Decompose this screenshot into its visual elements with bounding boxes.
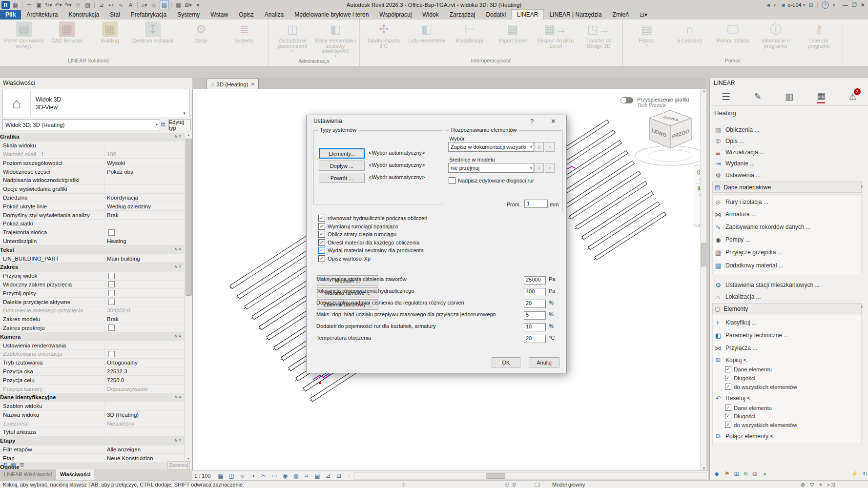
exclude-options-icon[interactable]: ▽ — [810, 482, 814, 488]
property-checkbox[interactable] — [108, 299, 115, 305]
ribbon-tab-prefabrykacja[interactable]: Prefabrykacja — [125, 10, 172, 20]
ribbon-button-eksport-do-pliku-excel[interactable]: ▦→Eksport do pliku Excel — [535, 21, 577, 49]
properties-toggle-icon[interactable]: ⧉ — [159, 119, 167, 129]
temporary-hide-isolate-icon[interactable]: ◉ — [281, 472, 289, 479]
properties-section-zakres[interactable]: Zakres∧ ≡ — [0, 263, 184, 272]
dialog-title-bar[interactable]: Ustawienia ? ✕ — [307, 115, 566, 127]
material-data-collapse-icon[interactable]: ▴ — [861, 184, 863, 188]
property-value[interactable] — [105, 290, 184, 296]
property-value[interactable]: Alle anzeigen — [105, 447, 184, 452]
linear-item-resetuj-[interactable]: ↶Resetuj < — [714, 393, 750, 403]
section-collapse-icon[interactable]: ∧ ≡ — [174, 333, 181, 338]
ribbon-button-e-learning[interactable]: ∩e-Learning — [669, 21, 711, 43]
thin-lines-icon[interactable]: ▤ — [160, 0, 169, 9]
property-value[interactable]: 304800.0 — [105, 307, 184, 313]
ok-button[interactable]: OK — [492, 357, 520, 367]
ribbon-button-pomoc-zdalna[interactable]: 🖵Pomoc zdalna — [712, 21, 754, 43]
search-element-icon[interactable]: ⌕ — [545, 142, 555, 152]
selection-filter-icon[interactable]: ⌕ — [827, 482, 830, 488]
linear-item-dane-elementu[interactable]: ✓Dane elementu — [725, 366, 772, 372]
section-collapse-icon[interactable]: ∧ ≡ — [174, 246, 181, 251]
calculation-tab-icon[interactable]: ▦ — [817, 90, 825, 103]
linear-item-obliczenia-[interactable]: ▦Obliczenia ... — [714, 125, 759, 135]
ribbon-tab-linear[interactable]: LINEAR — [511, 9, 544, 20]
ribbon-button-centrum-instalacji[interactable]: ↧Centrum instalacji — [132, 21, 174, 43]
property-value[interactable] — [105, 299, 184, 305]
linear-item-połącz-elementy-[interactable]: ⧉Połącz elementy < — [714, 431, 773, 441]
dialog-help-icon[interactable]: ? — [530, 118, 534, 125]
section-collapse-icon[interactable]: ∧ ≡ — [174, 438, 181, 443]
property-checkbox[interactable] — [108, 273, 115, 279]
user-menu-chevron-icon[interactable]: ▾ — [803, 3, 805, 7]
properties-section-etapy[interactable]: Etapy∧ ≡ — [0, 437, 184, 446]
worksharing-display-icon[interactable]: ⌗ — [303, 472, 310, 479]
property-value[interactable]: 7250.0 — [105, 377, 184, 383]
property-checkbox[interactable] — [108, 281, 115, 287]
signed-in-user[interactable]: e-L04 — [788, 2, 802, 8]
properties-section-dane-identyfikacyjne[interactable]: Dane identyfikacyjne∧ ≡ — [0, 393, 184, 402]
property-value[interactable]: Main building — [105, 256, 184, 262]
ribbon-tab-systemy[interactable]: Systemy — [172, 10, 205, 20]
editable-only-icon[interactable]: ⊘ — [801, 482, 805, 488]
linear-item-dane-elementu[interactable]: ✓Dane elementu — [725, 405, 772, 411]
property-value[interactable] — [105, 273, 184, 279]
minimize-button[interactable]: — — [843, 2, 848, 8]
sub-checkbox[interactable]: ✓ — [725, 422, 731, 428]
search-diameter-icon[interactable]: ⌕ — [545, 163, 555, 173]
ribbon-button-pomoc[interactable]: ▤Pomoc▾ — [626, 21, 668, 47]
design-options-icon[interactable]: 🖵 — [535, 482, 540, 488]
property-value[interactable]: Heating — [105, 238, 184, 244]
lightning-icon[interactable]: ⚡ — [851, 470, 858, 477]
linear-item-przyłącza-[interactable]: ⋈Przyłącza ... — [714, 343, 757, 353]
overwrite-lengths-checkbox[interactable]: Nadpisz edytowane długości rur — [449, 177, 534, 184]
ribbon-tab-dodatki[interactable]: Dodatki — [480, 10, 511, 20]
property-value[interactable]: Niezależny — [105, 421, 184, 427]
linear-item-klasyfikuj-[interactable]: ⊦Klasyfikuj ... — [714, 318, 757, 327]
sub-checkbox[interactable]: ✓ — [725, 384, 731, 390]
field-input[interactable]: 10 — [524, 323, 546, 331]
type-selector-chevron-icon[interactable]: ▾ — [183, 111, 186, 116]
option-checkbox-2[interactable]: ✓Wymiaruj rurociągi opadająco — [318, 223, 398, 230]
text-icon[interactable]: A — [126, 1, 135, 9]
help-icon[interactable]: ? — [822, 1, 829, 9]
sub-checkbox[interactable]: ✓ — [725, 413, 731, 419]
ribbon-button-opcje[interactable]: ⚙Opcje — [180, 21, 222, 43]
ribbon-button-cad-browser[interactable]: ▦CAD Browser — [46, 21, 88, 43]
group-properties-icon[interactable]: ▤ — [11, 462, 16, 468]
property-value[interactable] — [105, 281, 184, 287]
section-collapse-icon[interactable]: ∧ ≡ — [174, 264, 181, 269]
export-icon[interactable]: ⇥ — [761, 470, 766, 477]
worksets-icon[interactable]: ⚇ — [505, 482, 510, 488]
columns-view-icon[interactable]: ▥ — [785, 91, 793, 102]
view-tab-close-icon[interactable]: ✕ — [250, 81, 254, 87]
ribbon-tab-widok[interactable]: Widok — [417, 10, 444, 20]
check-model-icon[interactable]: ≋ — [743, 470, 748, 477]
apply-button[interactable]: Zastosuj — [167, 461, 190, 469]
linear-item-lokalizacja-[interactable]: ⌂Lokalizacja ... — [714, 292, 761, 302]
ribbon-button-zarządzanie-parametrami[interactable]: ◫Zarządzanie parametrami▾ — [271, 21, 313, 53]
warnings-icon[interactable]: ⚠ 2 — [849, 91, 857, 102]
linear-item-elementy[interactable]: ▢Elementy — [712, 303, 862, 314]
property-value[interactable]: Wysoki — [105, 160, 184, 166]
property-value[interactable] — [105, 351, 184, 357]
dialog-close-icon[interactable]: ✕ — [551, 118, 556, 125]
info-center-collapse-icon[interactable]: ◀ — [767, 3, 770, 7]
transfer-icon[interactable]: ▨ — [83, 1, 92, 9]
field-input[interactable]: 400 — [524, 288, 546, 296]
ribbon-tab-zarz-dzaj[interactable]: Zarządzaj — [444, 10, 481, 20]
properties-section-kamera[interactable]: Kamera∧ ≡ — [0, 332, 184, 341]
ribbon-tab-linear-narz-dzia[interactable]: LINEAR | Narzędzia — [544, 10, 607, 20]
element-filter-combo[interactable]: Widok 3D: 3D (Heating) ▾ — [2, 119, 160, 130]
shadows-icon[interactable]: ◑ — [249, 472, 257, 479]
show-colors-icon[interactable]: ⚑ — [724, 470, 730, 477]
properties-section-tekst[interactable]: Tekst∧ ≡ — [0, 245, 184, 254]
elements-collapse-icon[interactable]: ▴ — [861, 304, 863, 308]
ribbon-button-licencje-programu[interactable]: ⚷Licencje programu — [798, 21, 840, 49]
linear-item-długości[interactable]: ✓Długości — [725, 413, 755, 419]
property-value[interactable]: Według dziedziny — [105, 203, 184, 209]
ribbon-button-systemy[interactable]: ≣Systemy — [223, 21, 265, 43]
edit-type-button[interactable]: Edytuj typ — [168, 119, 191, 130]
ribbon-button-building[interactable]: ▦Building — [89, 21, 131, 43]
search-icon[interactable]: ⌕ — [774, 2, 777, 8]
property-value[interactable]: Koordynacja — [105, 195, 184, 201]
